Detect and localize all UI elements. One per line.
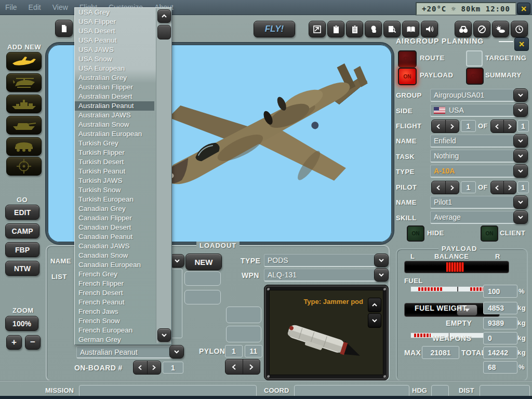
add-aircraft-button[interactable] [6,52,42,71]
go-fbp-button[interactable]: FBP [5,242,39,257]
skin-dropdown-list[interactable]: USA GreyUSA FlipperUSA DesertUSA PeanutU… [74,7,172,345]
menu-item[interactable]: View [52,3,68,11]
zoom-level-button[interactable]: 100% [5,316,38,331]
skin-dropdown-item[interactable]: French Jaws [75,307,154,316]
pilot-name-combo[interactable]: Pilot1 [430,196,518,209]
loadout-type-combo[interactable]: PODS [264,254,379,267]
pylon-stepper[interactable] [225,359,260,375]
inspect-document-button[interactable] [383,21,401,37]
skin-dropdown-item[interactable]: French Desert [75,288,154,298]
hide-toggle[interactable]: ON [407,225,424,242]
transfer-button[interactable] [309,21,326,37]
zoom-out-button[interactable]: − [25,335,41,350]
clipboard-button[interactable] [327,21,344,37]
skin-dropdown-item[interactable]: Canadian European [75,260,154,270]
loadout-wpn-dropdown-button[interactable] [374,268,389,282]
skin-dropdown-item[interactable]: Canadian Snow [75,251,154,260]
skin-dropdown-item[interactable]: French Grey [75,270,154,279]
add-vehicle-button[interactable] [6,116,42,135]
skin-dropdown-button[interactable] [169,345,184,358]
skill-combo[interactable]: Average [430,211,518,224]
pilot-stepper[interactable] [431,181,459,194]
scroll-up-button[interactable] [157,9,171,23]
skin-dropdown-item[interactable]: Canadian Peanut [75,232,154,242]
skin-dropdown-item[interactable]: French Flipper [75,279,154,288]
skin-dropdown-item[interactable]: Turkish European [75,195,154,204]
add-ship-button[interactable] [6,95,42,113]
go-edit-button[interactable]: EDIT [5,205,39,220]
skin-dropdown-item[interactable]: Canadian JAWS [75,242,154,251]
skin-dropdown-item[interactable]: Turkish Grey [75,139,154,148]
group-combo[interactable]: AirgroupUSA01 [430,89,518,102]
loadout-new-button[interactable]: NEW [185,254,222,270]
route-toggle[interactable]: ON [398,50,417,68]
loadout-name-dropdown-button[interactable] [170,254,184,268]
pilot-roster-button[interactable] [365,21,382,37]
skin-dropdown-item[interactable]: Turkish Flipper [75,148,154,157]
task-dropdown-button[interactable] [513,149,528,163]
payload-toggle[interactable]: ON [398,68,417,85]
clipboard-list-button[interactable] [346,21,363,37]
skin-dropdown-item[interactable]: Turkish JAWS [75,176,154,185]
flight-name-combo[interactable]: Enfield [430,135,518,148]
skin-dropdown-item[interactable]: Australian JAWS [75,111,154,120]
pilot-name-dropdown-button[interactable] [513,195,528,209]
flight-total-stepper[interactable] [490,119,516,133]
skin-dropdown-item[interactable]: German Grey [75,335,154,344]
skin-dropdown-scrollbar[interactable] [156,8,171,343]
skill-dropdown-button[interactable] [513,210,528,224]
client-toggle[interactable]: ON [481,225,498,242]
flight-name-dropdown-button[interactable] [513,134,528,148]
skin-dropdown-item[interactable]: Australian Desert [75,92,154,101]
skin-dropdown-item[interactable]: Turkish Peanut [75,167,154,176]
targeting-toggle[interactable] [466,50,483,66]
skin-dropdown-item[interactable]: Australian Grey [75,73,154,83]
skin-dropdown-item[interactable]: Turkish Snow [75,185,154,195]
skin-dropdown-item[interactable]: Australian Peanut [75,101,154,111]
skin-dropdown-item[interactable]: USA European [75,64,154,73]
clock-button[interactable] [511,21,528,37]
window-close-button[interactable]: ✕ [517,3,530,15]
onboard-stepper[interactable] [133,361,161,375]
skin-dropdown-item[interactable]: Canadian Flipper [75,214,154,223]
zoom-in-button[interactable]: + [6,335,22,350]
airgroup-close-button[interactable]: ✕ [514,37,529,51]
binoculars-button[interactable] [455,21,472,37]
skin-dropdown-item[interactable]: Australian Flipper [75,83,154,92]
skin-dropdown-item[interactable]: French European [75,326,154,335]
preview-scroll-up-button[interactable] [368,298,381,312]
type-dropdown-button[interactable] [513,164,528,178]
task-combo[interactable]: Nothing [430,150,518,163]
loadout-type-dropdown-button[interactable] [374,254,389,267]
fly-button[interactable]: FLY! [254,21,295,37]
skin-dropdown-item[interactable]: Australian Snow [75,120,154,129]
menu-item[interactable]: File [5,3,17,11]
flight-stepper[interactable] [431,119,459,133]
go-camp-button[interactable]: CAMP [5,223,39,238]
go-ntw-button[interactable]: NTW [5,261,39,276]
skin-combo[interactable]: Australian Peanut [76,346,175,358]
add-helicopter-button[interactable] [6,73,42,92]
skin-dropdown-item[interactable]: Australian European [75,129,154,139]
scroll-thumb[interactable] [157,25,171,39]
skin-dropdown-item[interactable]: USA Flipper [75,17,154,26]
skin-dropdown-item[interactable]: USA Grey [75,8,154,17]
side-combo[interactable]: USA [430,104,518,117]
skin-dropdown-item[interactable]: USA JAWS [75,45,154,55]
weather-button[interactable] [492,21,509,37]
side-dropdown-button[interactable] [513,103,528,117]
summary-toggle[interactable]: ON [466,68,484,85]
scroll-down-button[interactable] [157,328,171,342]
sound-button[interactable] [421,21,438,37]
skin-dropdown-item[interactable]: French Peanut [75,298,154,307]
new-document-button[interactable] [55,20,73,37]
add-target-button[interactable] [6,157,42,176]
loadout-wpn-combo[interactable]: ALQ-131 [264,269,379,282]
preview-scroll-down-button[interactable] [368,313,381,328]
skin-dropdown-item[interactable]: USA Peanut [75,36,154,45]
skin-dropdown-item[interactable]: Turkish Desert [75,157,154,167]
pilot-total-stepper[interactable] [490,181,516,194]
skin-dropdown-item[interactable]: USA Desert [75,26,154,36]
menu-item[interactable]: Edit [29,3,41,11]
skin-dropdown-item[interactable]: USA Snow [75,55,154,64]
